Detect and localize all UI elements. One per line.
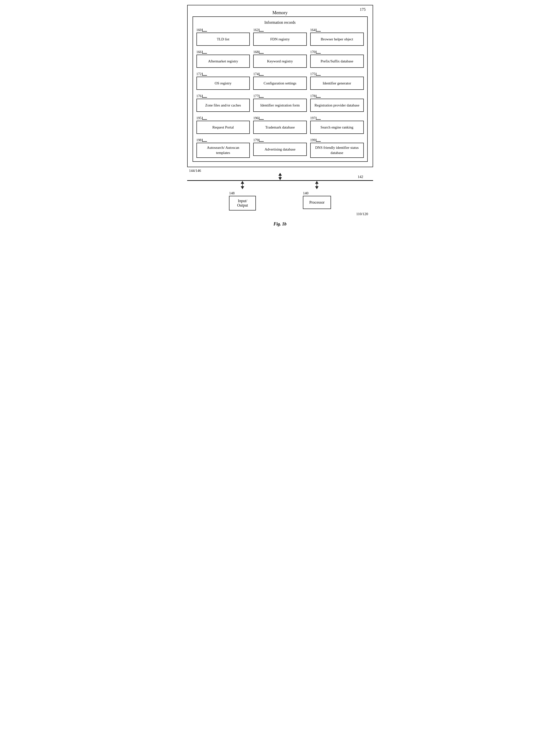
cell-advertising: 179 Advertising database [253,138,307,158]
fdn-registry-box: FDN registry [253,33,307,46]
cell-identifier-reg: 177 Identifier registration form [253,94,307,112]
dns-friendly-box: DNS friendly identifier status database [310,143,364,158]
identifier-generator-box: Identifier generator [310,77,364,90]
ref-140: 140 [303,191,309,195]
aftermarket-registry-box: Aftermarket registry [196,55,250,68]
input-output-component: 148 Input/Output [229,181,256,210]
cell-keyword: 168 Keyword registry [253,50,307,68]
cell-prefix-suffix: 170 Prefix/Suffix database [310,50,364,68]
cell-fdn: 162 FDN registry [253,28,307,46]
keyword-registry-box: Keyword registry [253,55,307,68]
page: Memory 175 Information records 160 TLD l… [187,5,373,227]
bottom-section: 144/146 142 [187,167,373,227]
memory-ref: 175 [360,7,366,12]
ref-178: 178 [310,94,321,98]
tld-list-box: TLD list [196,33,250,46]
cell-zone-files: 176 Zone files and/or caches [196,94,250,112]
fig-label: Fig. 1b [274,221,286,227]
identifier-reg-form-box: Identifier registration form [253,99,307,112]
ref-166: 166 [196,50,207,54]
ref-168: 168 [253,50,264,54]
records-grid: 160 TLD list 162 FDN registry 164 Browse… [196,28,364,158]
bus-section: 142 [187,173,373,181]
ref-197: 197 [310,116,321,120]
ref-164: 164 [310,28,321,32]
bus-ref-144: 144/146 [189,169,201,173]
zone-files-box: Zone files and/or caches [196,99,250,112]
config-settings-box: Configuration settings [253,77,307,90]
ref-195: 195 [196,116,207,120]
cell-browser-helper: 164 Browser helper object [310,28,364,46]
cell-request-portal: 195 Request Portal [196,116,250,134]
ref-179: 179 [253,138,264,142]
reg-provider-db-box: Registration provider database [310,99,364,112]
cell-identifier-gen: 175 Identifier generator [310,72,364,90]
cell-tld: 160 TLD list [196,28,250,46]
os-registry-box: OS registry [196,77,250,90]
info-records-box: Information records 160 TLD list 162 FDN… [193,16,368,162]
ref-177: 177 [253,94,264,98]
bus-bar: 142 [187,180,373,181]
autosearch-box: Autosearch/ Autoscan templates [196,143,250,158]
bus-ref-142: 142 [358,175,363,179]
ref-199: 199 [310,138,321,142]
cell-search-engine: 197 Search engine ranking [310,116,364,134]
prefix-suffix-box: Prefix/Suffix database [310,55,364,68]
cell-os-registry: 172 OS registry [196,72,250,90]
ref-198: 198 [196,138,207,142]
components-row: 148 Input/Output 140 Processor [206,181,354,210]
memory-box: Memory 175 Information records 160 TLD l… [187,5,373,167]
ref-176: 176 [196,94,207,98]
info-records-label: Information records [196,20,364,25]
cell-reg-provider: 178 Registration provider database [310,94,364,112]
advertising-db-box: Advertising database [253,143,307,156]
ref-196: 196 [253,116,264,120]
ref-160: 160 [196,28,207,32]
cell-autosearch: 198 Autosearch/ Autoscan templates [196,138,250,158]
system-ref: 110/120 [356,212,368,216]
memory-label: Memory [193,10,368,15]
ref-170: 170 [310,50,321,54]
cell-config: 174 Configuration settings [253,72,307,90]
processor-box: Processor [303,196,331,209]
ref-162: 162 [253,28,264,32]
cell-dns-friendly: 199 DNS friendly identifier status datab… [310,138,364,158]
ref-172: 172 [196,72,207,76]
ref-175b: 175 [310,72,321,76]
processor-component: 140 Processor [303,181,331,210]
cell-aftermarket: 166 Aftermarket registry [196,50,250,68]
ref-174: 174 [253,72,264,76]
ref-148: 148 [229,191,235,195]
cell-trademark: 196 Trademark database [253,116,307,134]
trademark-db-box: Trademark database [253,121,307,134]
input-output-box: Input/Output [229,196,256,210]
browser-helper-box: Browser helper object [310,33,364,46]
request-portal-box: Request Portal [196,121,250,134]
search-engine-ranking-box: Search engine ranking [310,121,364,134]
